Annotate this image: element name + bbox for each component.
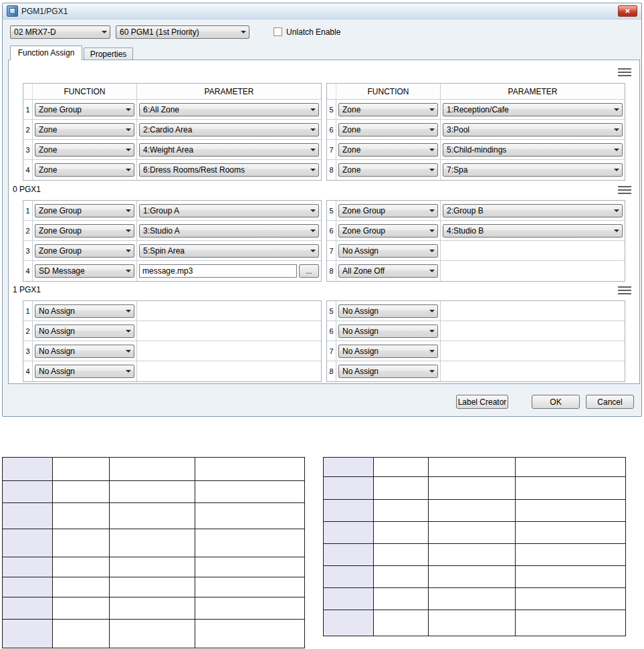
titlebar[interactable]: PGM1/PGX1 ✕ [3, 3, 641, 19]
unlatch-enable-checkbox[interactable] [274, 27, 282, 36]
label-table-cell [53, 481, 110, 503]
menu-icon[interactable] [618, 286, 631, 294]
priority-select-combo[interactable]: 60 PGM1 (1st Priority) [116, 25, 249, 39]
parameter-cell [441, 361, 625, 381]
function-select[interactable]: Zone Group [338, 224, 438, 238]
label-table-cell [53, 577, 110, 597]
caret-shape [310, 128, 316, 131]
label-creator-button[interactable]: Label Creator [456, 395, 508, 409]
function-select[interactable]: Zone [35, 143, 134, 157]
function-select[interactable]: Zone [35, 123, 134, 136]
sd-message-file-input[interactable] [139, 264, 297, 278]
label-table-row [324, 522, 626, 544]
label-table-cell [53, 597, 110, 620]
menu-icon[interactable] [618, 68, 631, 76]
label-table-cell [516, 544, 626, 566]
chevron-down-icon [308, 124, 318, 136]
function-select[interactable]: No Assign [35, 365, 134, 378]
function-select[interactable]: No Assign [35, 324, 134, 338]
function-cell: No Assign [336, 301, 441, 320]
parameter-select[interactable]: 7:Spa [443, 163, 623, 177]
chevron-down-icon [611, 205, 622, 217]
function-select[interactable]: Zone [338, 143, 438, 157]
caret-shape [429, 270, 435, 272]
tab-function-assign[interactable]: Function Assign [10, 45, 82, 60]
parameter-cell: 3:Pool [441, 120, 625, 139]
row-number: 5 [327, 301, 336, 320]
chevron-down-icon [427, 225, 437, 237]
parameter-select[interactable]: 2:Cardio Area [139, 123, 319, 136]
ok-button[interactable]: OK [532, 395, 580, 409]
parameter-select[interactable]: 3:Pool [443, 123, 623, 136]
function-select[interactable]: Zone Group [35, 224, 134, 238]
assign-row: 4Zone6:Dress Rooms/Rest Rooms [23, 160, 321, 180]
label-table-row [3, 481, 305, 503]
function-select[interactable]: No Assign [35, 345, 134, 358]
combo-value: 2:Group B [447, 205, 611, 217]
parameter-select[interactable]: 2:Group B [443, 204, 623, 217]
header-spacer [23, 84, 33, 99]
row-number: 1 [23, 100, 33, 119]
close-button[interactable]: ✕ [618, 5, 637, 17]
parameter-select[interactable]: 5:Child-mindings [443, 143, 623, 157]
function-select[interactable]: No Assign [338, 244, 438, 258]
tab-label: Function Assign [18, 48, 75, 58]
row-number: 7 [327, 241, 336, 260]
function-select[interactable]: Zone Group [35, 204, 134, 217]
combo-value: All Zone Off [342, 265, 427, 277]
chevron-down-icon [611, 124, 622, 136]
row-number: 4 [23, 361, 33, 381]
label-table-cell [429, 544, 516, 566]
chevron-down-icon [123, 144, 134, 156]
function-select[interactable]: Zone Group [338, 204, 438, 217]
chevron-down-icon [123, 124, 134, 136]
function-select[interactable]: Zone Group [35, 103, 134, 116]
device-select-combo[interactable]: 02 MRX7-D [10, 25, 110, 39]
function-select[interactable]: Zone [338, 163, 438, 177]
caret-shape [126, 370, 131, 373]
chevron-down-icon [123, 365, 134, 377]
function-select[interactable]: No Assign [35, 304, 134, 318]
function-select[interactable]: All Zone Off [338, 264, 438, 278]
assign-row: 1No Assign [23, 301, 321, 321]
parameter-select[interactable]: 1:Reception/Cafe [443, 103, 623, 116]
function-cell: Zone Group [33, 241, 137, 260]
function-select[interactable]: SD Message [35, 264, 134, 278]
function-select[interactable]: No Assign [338, 324, 438, 338]
parameter-select[interactable]: 1:Group A [139, 204, 319, 217]
right-table-slot: FUNCTIONPARAMETER5Zone1:Reception/Cafe6Z… [326, 83, 625, 181]
parameter-select[interactable]: 5:Spin Area [139, 244, 319, 258]
parameter-select[interactable]: 6:Dress Rooms/Rest Rooms [139, 163, 319, 177]
chevron-down-icon [611, 104, 622, 116]
cancel-button[interactable]: Cancel [586, 395, 634, 409]
parameter-select[interactable]: 4:Studio B [443, 224, 623, 238]
function-select[interactable]: Zone [338, 103, 438, 116]
function-select[interactable]: No Assign [338, 304, 438, 318]
function-select[interactable]: No Assign [338, 365, 438, 378]
caret-shape [126, 310, 131, 312]
assign-row: 1Zone Group6:All Zone [23, 100, 321, 120]
parameter-select[interactable]: 6:All Zone [139, 103, 319, 116]
row-number: 1 [23, 301, 33, 320]
parameter-select[interactable]: 4:Weight Area [139, 143, 319, 157]
function-select[interactable]: Zone [35, 163, 134, 177]
label-table-shaded-cell [3, 458, 53, 481]
parameter-cell: ... [137, 261, 321, 281]
caret-shape [126, 229, 131, 232]
parameter-select[interactable]: 3:Studio A [139, 224, 319, 238]
chevron-down-icon [427, 365, 437, 377]
browse-button[interactable]: ... [299, 264, 319, 278]
menu-icon[interactable] [618, 186, 631, 194]
parameter-cell: 4:Studio B [441, 221, 625, 240]
function-select[interactable]: No Assign [338, 345, 438, 358]
left-table-slot: FUNCTIONPARAMETER1Zone Group6:All Zone2Z… [23, 83, 322, 181]
label-table-cell [374, 522, 429, 544]
tab-properties[interactable]: Properties [84, 48, 133, 60]
header-spacer [327, 84, 336, 99]
label-table-cell [429, 522, 516, 544]
function-select[interactable]: Zone Group [35, 244, 134, 258]
caret-shape [429, 370, 435, 373]
chevron-down-icon [427, 205, 437, 217]
combo-value: No Assign [342, 365, 427, 377]
function-select[interactable]: Zone [338, 123, 438, 136]
